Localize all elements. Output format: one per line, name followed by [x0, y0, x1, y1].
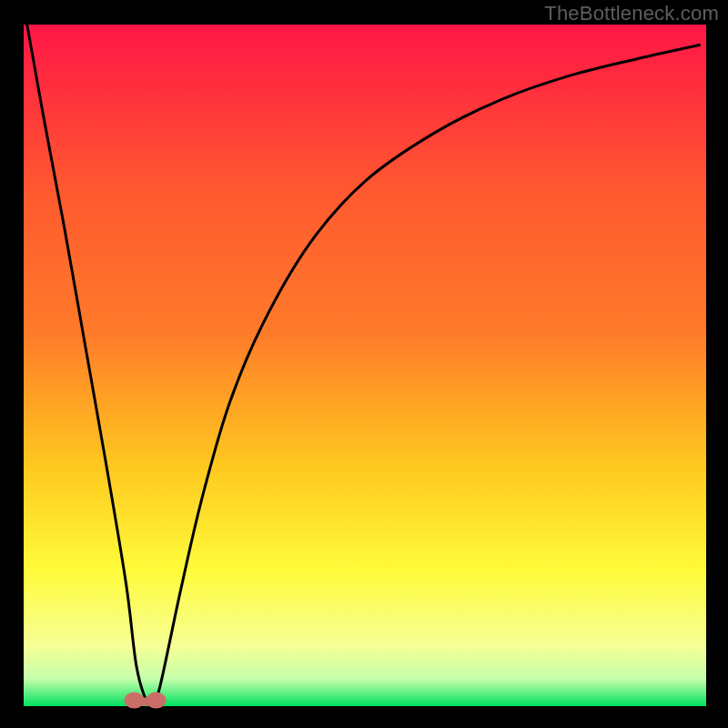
- valley-saddle: [135, 698, 157, 706]
- bottleneck-plot: [0, 0, 728, 728]
- plot-background: [24, 25, 706, 706]
- chart-frame: TheBottleneck.com: [0, 0, 728, 728]
- attribution-text: TheBottleneck.com: [544, 2, 719, 25]
